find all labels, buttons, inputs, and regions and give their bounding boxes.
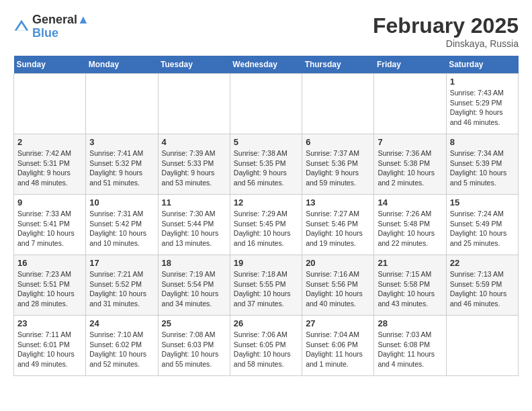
week-row-4: 16Sunrise: 7:23 AMSunset: 5:51 PMDayligh… bbox=[14, 255, 519, 316]
logo-text: General▲ Blue bbox=[32, 13, 89, 40]
day-number: 24 bbox=[89, 318, 154, 328]
day-number: 10 bbox=[89, 197, 154, 208]
calendar-cell: 13Sunrise: 7:27 AMSunset: 5:46 PMDayligh… bbox=[302, 195, 374, 255]
calendar-cell bbox=[374, 74, 446, 134]
day-number: 26 bbox=[234, 318, 298, 328]
day-number: 11 bbox=[162, 197, 226, 208]
calendar-cell: 20Sunrise: 7:16 AMSunset: 5:56 PMDayligh… bbox=[302, 255, 374, 316]
calendar-cell bbox=[158, 74, 230, 134]
logo-icon bbox=[13, 19, 30, 35]
calendar-cell: 2Sunrise: 7:42 AMSunset: 5:31 PMDaylight… bbox=[14, 134, 86, 195]
day-number: 4 bbox=[162, 137, 226, 147]
calendar-cell: 19Sunrise: 7:18 AMSunset: 5:55 PMDayligh… bbox=[230, 255, 302, 316]
cell-info: Sunrise: 7:04 AMSunset: 6:06 PMDaylight:… bbox=[306, 330, 370, 369]
day-number: 7 bbox=[378, 137, 442, 147]
cell-info: Sunrise: 7:37 AMSunset: 5:36 PMDaylight:… bbox=[306, 148, 370, 188]
week-row-3: 9Sunrise: 7:33 AMSunset: 5:41 PMDaylight… bbox=[14, 195, 519, 255]
cell-info: Sunrise: 7:26 AMSunset: 5:48 PMDaylight:… bbox=[378, 209, 442, 248]
day-number: 8 bbox=[450, 137, 515, 147]
day-number: 13 bbox=[306, 197, 370, 208]
calendar-cell: 27Sunrise: 7:04 AMSunset: 6:06 PMDayligh… bbox=[302, 316, 374, 376]
week-row-5: 23Sunrise: 7:11 AMSunset: 6:01 PMDayligh… bbox=[14, 316, 519, 376]
day-number: 16 bbox=[17, 258, 82, 268]
day-number: 22 bbox=[450, 258, 515, 268]
calendar-cell: 23Sunrise: 7:11 AMSunset: 6:01 PMDayligh… bbox=[14, 316, 86, 376]
cell-info: Sunrise: 7:21 AMSunset: 5:52 PMDaylight:… bbox=[89, 269, 154, 309]
calendar-cell: 24Sunrise: 7:10 AMSunset: 6:02 PMDayligh… bbox=[86, 316, 158, 376]
cell-info: Sunrise: 7:13 AMSunset: 5:59 PMDaylight:… bbox=[450, 269, 515, 309]
cell-info: Sunrise: 7:29 AMSunset: 5:45 PMDaylight:… bbox=[234, 209, 298, 248]
calendar-cell: 1Sunrise: 7:43 AMSunset: 5:29 PMDaylight… bbox=[446, 74, 518, 134]
cell-info: Sunrise: 7:11 AMSunset: 6:01 PMDaylight:… bbox=[17, 330, 82, 369]
calendar-cell: 22Sunrise: 7:13 AMSunset: 5:59 PMDayligh… bbox=[446, 255, 518, 316]
calendar-cell: 7Sunrise: 7:36 AMSunset: 5:38 PMDaylight… bbox=[374, 134, 446, 195]
calendar-cell: 28Sunrise: 7:03 AMSunset: 6:08 PMDayligh… bbox=[374, 316, 446, 376]
cell-info: Sunrise: 7:34 AMSunset: 5:39 PMDaylight:… bbox=[450, 148, 515, 188]
cell-info: Sunrise: 7:38 AMSunset: 5:35 PMDaylight:… bbox=[234, 148, 298, 188]
logo: General▲ Blue bbox=[13, 13, 89, 40]
week-row-1: 1Sunrise: 7:43 AMSunset: 5:29 PMDaylight… bbox=[14, 74, 519, 134]
cell-info: Sunrise: 7:42 AMSunset: 5:31 PMDaylight:… bbox=[17, 148, 82, 188]
calendar-cell: 26Sunrise: 7:06 AMSunset: 6:05 PMDayligh… bbox=[230, 316, 302, 376]
day-number: 19 bbox=[234, 258, 298, 268]
calendar-cell: 17Sunrise: 7:21 AMSunset: 5:52 PMDayligh… bbox=[86, 255, 158, 316]
calendar-cell bbox=[230, 74, 302, 134]
calendar-cell: 11Sunrise: 7:30 AMSunset: 5:44 PMDayligh… bbox=[158, 195, 230, 255]
calendar-cell bbox=[302, 74, 374, 134]
calendar-cell: 5Sunrise: 7:38 AMSunset: 5:35 PMDaylight… bbox=[230, 134, 302, 195]
cell-info: Sunrise: 7:43 AMSunset: 5:29 PMDaylight:… bbox=[450, 88, 515, 128]
cell-info: Sunrise: 7:19 AMSunset: 5:54 PMDaylight:… bbox=[162, 269, 226, 309]
day-number: 27 bbox=[306, 318, 370, 328]
day-number: 9 bbox=[17, 197, 82, 208]
calendar-cell: 6Sunrise: 7:37 AMSunset: 5:36 PMDaylight… bbox=[302, 134, 374, 195]
location: Dinskaya, Russia bbox=[373, 38, 519, 49]
day-number: 23 bbox=[17, 318, 82, 328]
calendar-cell: 16Sunrise: 7:23 AMSunset: 5:51 PMDayligh… bbox=[14, 255, 86, 316]
day-number: 25 bbox=[162, 318, 226, 328]
cell-info: Sunrise: 7:31 AMSunset: 5:42 PMDaylight:… bbox=[89, 209, 154, 248]
calendar-cell: 21Sunrise: 7:15 AMSunset: 5:58 PMDayligh… bbox=[374, 255, 446, 316]
cell-info: Sunrise: 7:27 AMSunset: 5:46 PMDaylight:… bbox=[306, 209, 370, 248]
day-number: 18 bbox=[162, 258, 226, 268]
day-header-saturday: Saturday bbox=[446, 56, 518, 74]
day-number: 21 bbox=[378, 258, 442, 268]
cell-info: Sunrise: 7:10 AMSunset: 6:02 PMDaylight:… bbox=[89, 330, 154, 369]
cell-info: Sunrise: 7:18 AMSunset: 5:55 PMDaylight:… bbox=[234, 269, 298, 309]
day-header-thursday: Thursday bbox=[302, 56, 374, 74]
day-number: 15 bbox=[450, 197, 515, 208]
day-number: 2 bbox=[17, 137, 82, 147]
day-number: 5 bbox=[234, 137, 298, 147]
cell-info: Sunrise: 7:33 AMSunset: 5:41 PMDaylight:… bbox=[17, 209, 82, 248]
cell-info: Sunrise: 7:41 AMSunset: 5:32 PMDaylight:… bbox=[89, 148, 154, 188]
calendar-cell: 8Sunrise: 7:34 AMSunset: 5:39 PMDaylight… bbox=[446, 134, 518, 195]
cell-info: Sunrise: 7:06 AMSunset: 6:05 PMDaylight:… bbox=[234, 330, 298, 369]
day-number: 12 bbox=[234, 197, 298, 208]
calendar-cell bbox=[446, 316, 518, 376]
day-header-friday: Friday bbox=[374, 56, 446, 74]
day-number: 17 bbox=[89, 258, 154, 268]
day-number: 28 bbox=[378, 318, 442, 328]
calendar-cell: 18Sunrise: 7:19 AMSunset: 5:54 PMDayligh… bbox=[158, 255, 230, 316]
day-header-monday: Monday bbox=[86, 56, 158, 74]
calendar-cell: 10Sunrise: 7:31 AMSunset: 5:42 PMDayligh… bbox=[86, 195, 158, 255]
calendar-cell: 9Sunrise: 7:33 AMSunset: 5:41 PMDaylight… bbox=[14, 195, 86, 255]
day-number: 1 bbox=[450, 77, 515, 87]
day-header-wednesday: Wednesday bbox=[230, 56, 302, 74]
page-header: General▲ Blue February 2025 Dinskaya, Ru… bbox=[13, 13, 519, 49]
cell-info: Sunrise: 7:30 AMSunset: 5:44 PMDaylight:… bbox=[162, 209, 226, 248]
day-number: 14 bbox=[378, 197, 442, 208]
cell-info: Sunrise: 7:15 AMSunset: 5:58 PMDaylight:… bbox=[378, 269, 442, 309]
calendar-cell: 15Sunrise: 7:24 AMSunset: 5:49 PMDayligh… bbox=[446, 195, 518, 255]
cell-info: Sunrise: 7:24 AMSunset: 5:49 PMDaylight:… bbox=[450, 209, 515, 248]
calendar-cell: 12Sunrise: 7:29 AMSunset: 5:45 PMDayligh… bbox=[230, 195, 302, 255]
day-number: 3 bbox=[89, 137, 154, 147]
day-number: 20 bbox=[306, 258, 370, 268]
day-header-row: SundayMondayTuesdayWednesdayThursdayFrid… bbox=[14, 56, 519, 74]
cell-info: Sunrise: 7:23 AMSunset: 5:51 PMDaylight:… bbox=[17, 269, 82, 309]
cell-info: Sunrise: 7:36 AMSunset: 5:38 PMDaylight:… bbox=[378, 148, 442, 188]
calendar-cell bbox=[86, 74, 158, 134]
calendar-cell: 25Sunrise: 7:08 AMSunset: 6:03 PMDayligh… bbox=[158, 316, 230, 376]
calendar-cell: 3Sunrise: 7:41 AMSunset: 5:32 PMDaylight… bbox=[86, 134, 158, 195]
month-title: February 2025 bbox=[373, 13, 519, 38]
calendar-table: SundayMondayTuesdayWednesdayThursdayFrid… bbox=[13, 56, 519, 376]
